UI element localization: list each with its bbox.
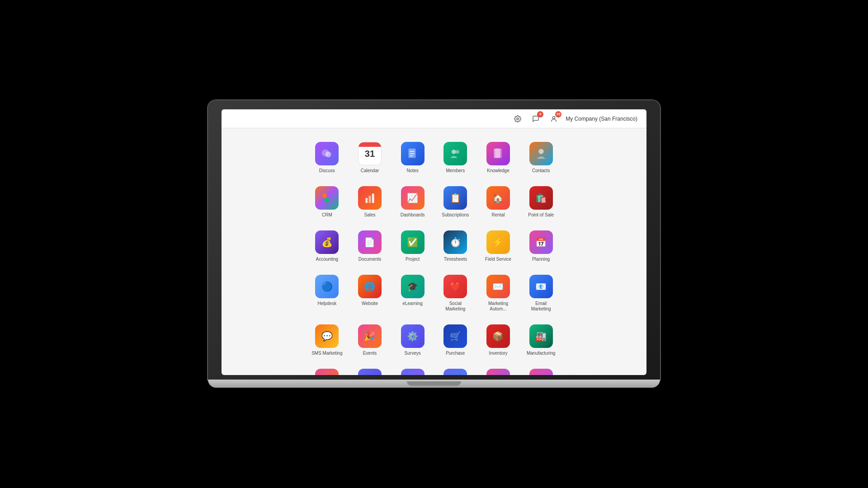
- svg-rect-16: [365, 198, 368, 203]
- app-item-website[interactable]: 🌐Website: [350, 270, 390, 316]
- app-item-inventory[interactable]: 📦Inventory: [479, 320, 518, 361]
- app-icon-planning: 📅: [529, 230, 553, 254]
- app-label-calendar: Calendar: [361, 168, 379, 174]
- app-item-barcode[interactable]: |||Barcode: [350, 364, 390, 375]
- app-label-members: Members: [446, 168, 465, 174]
- app-item-consolidation[interactable]: 🔵Consolidation: [521, 364, 561, 375]
- app-item-quality[interactable]: 💎Quality: [307, 364, 347, 375]
- app-label-inventory: Inventory: [489, 351, 507, 356]
- svg-rect-18: [372, 194, 374, 203]
- app-item-pos[interactable]: 🛍️Point of Sale: [521, 182, 561, 222]
- app-label-timesheets: Timesheets: [444, 257, 467, 262]
- app-label-website: Website: [362, 301, 378, 306]
- app-icon-maintenance: ⚙️: [401, 369, 425, 375]
- app-icon-quality: 💎: [315, 369, 339, 375]
- app-icon-accounting: 💰: [315, 230, 339, 254]
- app-icon-surveys: ⚙️: [401, 324, 425, 348]
- svg-point-8: [452, 150, 456, 154]
- svg-point-15: [325, 197, 330, 202]
- app-item-subscriptions[interactable]: 📋Subscriptions: [436, 182, 475, 222]
- app-item-rental[interactable]: 🏠Rental: [479, 182, 518, 222]
- app-icon-elearning: 🎓: [401, 275, 425, 298]
- laptop-notch: [407, 381, 461, 386]
- app-icon-timesheets: ⏱️: [443, 230, 467, 254]
- chat-icon-btn[interactable]: 9: [529, 113, 542, 125]
- app-item-emailmarketing[interactable]: 📧Email Marketing: [521, 270, 561, 316]
- app-icon-plm: ◀▶: [486, 369, 510, 375]
- app-label-helpdesk: Helpdesk: [317, 301, 336, 306]
- app-label-surveys: Surveys: [405, 351, 421, 356]
- app-item-notes[interactable]: Notes: [393, 137, 432, 178]
- app-item-sales[interactable]: Sales: [350, 182, 390, 222]
- app-icon-subscriptions: 📋: [443, 186, 467, 210]
- app-icon-marketingauto: ✉️: [486, 275, 510, 298]
- app-item-timesheets[interactable]: ⏱️Timesheets: [436, 226, 475, 267]
- app-label-accounting: Accounting: [316, 257, 338, 262]
- app-item-calendar[interactable]: 31 Calendar: [350, 137, 390, 178]
- top-bar-right: 9 25 My Company (San Francisco): [511, 113, 637, 125]
- app-item-elearning[interactable]: 🎓eLearning: [393, 270, 432, 316]
- app-icon-repairs: 🔧: [443, 369, 467, 375]
- app-label-fieldservice: Field Service: [485, 257, 511, 262]
- apps-grid: Discuss 31 CalendarNotesMembersKnowledge…: [307, 137, 561, 375]
- app-icon-crm: [315, 186, 339, 210]
- app-item-surveys[interactable]: ⚙️Surveys: [393, 320, 432, 361]
- app-icon-smsmarketing: 💬: [315, 324, 339, 348]
- app-label-project: Project: [406, 257, 420, 262]
- svg-point-14: [327, 193, 332, 198]
- svg-point-3: [326, 151, 331, 157]
- app-item-knowledge[interactable]: Knowledge: [479, 137, 518, 178]
- app-item-socialmarketing[interactable]: ❤️Social Marketing: [436, 270, 475, 316]
- app-icon-documents: 📄: [358, 230, 382, 254]
- svg-rect-17: [369, 196, 371, 203]
- app-item-maintenance[interactable]: ⚙️Maintenance: [393, 364, 432, 375]
- app-container: 9 25 My Company (San Francisco): [222, 109, 646, 375]
- activity-icon-btn[interactable]: 25: [547, 113, 560, 125]
- app-label-knowledge: Knowledge: [487, 168, 509, 174]
- app-icon-discuss: [315, 142, 339, 165]
- app-icon-project: ✅: [401, 230, 425, 254]
- laptop-base: [208, 380, 660, 388]
- svg-point-13: [322, 193, 327, 198]
- app-item-fieldservice[interactable]: ⚡Field Service: [479, 226, 518, 267]
- app-item-manufacturing[interactable]: 🏭Manufacturing: [521, 320, 561, 361]
- app-item-repairs[interactable]: 🔧Repairs: [436, 364, 475, 375]
- app-icon-manufacturing: 🏭: [529, 324, 553, 348]
- app-item-events[interactable]: 🎉Events: [350, 320, 390, 361]
- app-label-socialmarketing: Social Marketing: [439, 301, 471, 312]
- screen: 9 25 My Company (San Francisco): [222, 109, 646, 375]
- app-label-planning: Planning: [532, 257, 550, 262]
- app-item-dashboards[interactable]: 📈Dashboards: [393, 182, 432, 222]
- app-item-documents[interactable]: 📄Documents: [350, 226, 390, 267]
- app-item-accounting[interactable]: 💰Accounting: [307, 226, 347, 267]
- app-icon-fieldservice: ⚡: [486, 230, 510, 254]
- app-icon-pos: 🛍️: [529, 186, 553, 210]
- app-label-emailmarketing: Email Marketing: [525, 301, 557, 312]
- app-label-subscriptions: Subscriptions: [442, 212, 469, 218]
- settings-icon-btn[interactable]: [511, 113, 524, 125]
- app-label-pos: Point of Sale: [528, 212, 554, 218]
- app-icon-rental: 🏠: [486, 186, 510, 210]
- app-item-contacts[interactable]: Contacts: [521, 137, 561, 178]
- app-item-discuss[interactable]: Discuss: [307, 137, 347, 178]
- app-item-crm[interactable]: CRM: [307, 182, 347, 222]
- apps-grid-container: Discuss 31 CalendarNotesMembersKnowledge…: [222, 128, 646, 375]
- app-icon-inventory: 📦: [486, 324, 510, 348]
- app-item-purchase[interactable]: 🛒Purchase: [436, 320, 475, 361]
- app-item-marketingauto[interactable]: ✉️Marketing Autom...: [479, 270, 518, 316]
- app-label-purchase: Purchase: [446, 351, 465, 356]
- app-item-project[interactable]: ✅Project: [393, 226, 432, 267]
- app-item-members[interactable]: Members: [436, 137, 475, 178]
- app-icon-dashboards: 📈: [401, 186, 425, 210]
- app-item-plm[interactable]: ◀▶PLM: [479, 364, 518, 375]
- svg-point-1: [553, 116, 555, 118]
- app-item-helpdesk[interactable]: 🔵Helpdesk: [307, 270, 347, 316]
- screen-bezel: 9 25 My Company (San Francisco): [208, 100, 660, 380]
- app-item-smsmarketing[interactable]: 💬SMS Marketing: [307, 320, 347, 361]
- app-label-manufacturing: Manufacturing: [527, 351, 555, 356]
- app-icon-events: 🎉: [358, 324, 382, 348]
- app-label-contacts: Contacts: [532, 168, 550, 174]
- app-icon-emailmarketing: 📧: [529, 275, 553, 298]
- app-item-planning[interactable]: 📅Planning: [521, 226, 561, 267]
- app-icon-website: 🌐: [358, 275, 382, 298]
